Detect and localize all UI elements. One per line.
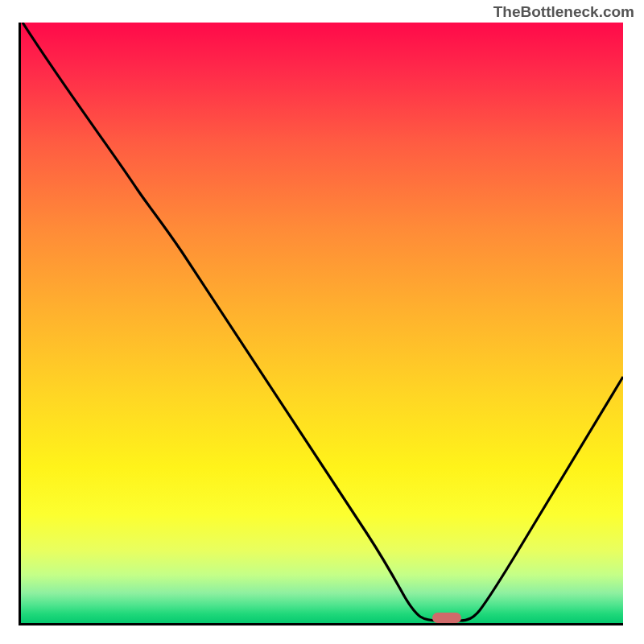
x-axis xyxy=(19,623,623,625)
watermark-text: TheBottleneck.com xyxy=(493,3,634,21)
optimum-marker xyxy=(432,613,461,623)
chart-svg xyxy=(21,23,623,623)
bottleneck-curve-line xyxy=(23,23,623,621)
chart-plot-area xyxy=(21,23,623,623)
